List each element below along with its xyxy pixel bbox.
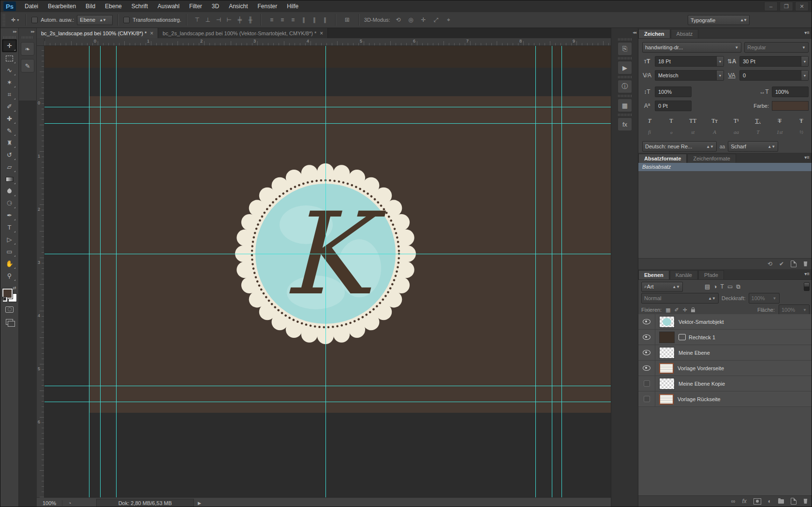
distribute-icon[interactable]: ∥ <box>298 15 309 25</box>
opentype-button[interactable]: fi <box>643 128 656 136</box>
layer-row[interactable]: Meine Ebene <box>638 345 812 361</box>
opentype-button[interactable]: A <box>709 128 721 136</box>
3d-mode-icon[interactable]: ◎ <box>406 15 416 25</box>
styles-fx-icon[interactable]: fx <box>618 117 632 131</box>
align-icon[interactable]: ╪ <box>235 15 245 25</box>
visibility-toggle[interactable] <box>638 345 655 360</box>
panel-tab[interactable]: Zeichen <box>638 29 670 38</box>
hand-tool[interactable]: ✋ <box>2 258 16 270</box>
guide-vertical[interactable] <box>552 46 552 497</box>
guide-vertical[interactable] <box>535 46 536 497</box>
document-tab[interactable]: bc_2s_landscape.psd bei 100% (CMYK/8*) *… <box>37 28 158 38</box>
status-menu-arrow[interactable]: ▶ <box>198 501 201 506</box>
guide-horizontal[interactable] <box>44 402 611 402</box>
faux-style-button[interactable]: TT <box>687 116 699 126</box>
menu-item[interactable]: Schrift <box>127 3 153 10</box>
delete-style-icon[interactable] <box>803 261 808 266</box>
horizontal-ruler[interactable]: 0123456789 <box>44 38 611 46</box>
quick-selection-tool[interactable]: ✶ <box>2 76 16 88</box>
zoom-tool[interactable]: ⚲ <box>2 270 16 282</box>
horizontal-scale-field[interactable]: 100% <box>772 87 809 97</box>
lock-pixels-icon[interactable]: ✐ <box>675 307 679 313</box>
opentype-button[interactable]: st <box>687 128 699 136</box>
font-family-dropdown[interactable]: handwriting-dr...▼ <box>642 42 741 53</box>
filter-toggle-switch[interactable] <box>804 282 810 291</box>
timeline-icon[interactable]: ▶ <box>618 61 632 74</box>
layer-thumbnail[interactable] <box>659 332 675 343</box>
align-icon[interactable]: ⊢ <box>224 15 235 25</box>
leading-field[interactable]: 30 Pt▼ <box>739 56 809 67</box>
layer-name[interactable]: Vorlage Rückseite <box>678 396 721 402</box>
pen-tool[interactable]: ✒ <box>2 209 16 221</box>
brush-tool[interactable]: ✎ <box>2 125 16 137</box>
filter-adjustment-icon[interactable]: ◑ <box>713 283 717 290</box>
opentype-button[interactable]: aa <box>730 128 742 136</box>
canvas[interactable]: K <box>44 46 611 497</box>
ruler-corner[interactable] <box>37 38 44 46</box>
document-size-info[interactable]: Dok: 2,80 MB/6,53 MB <box>96 499 194 507</box>
gradient-tool[interactable] <box>2 173 16 185</box>
layer-name[interactable]: Meine Ebene <box>679 350 710 356</box>
opentype-button[interactable]: ℴ <box>665 128 678 136</box>
fill-field[interactable]: 100%▼ <box>779 304 810 315</box>
shape-tool[interactable]: ▭ <box>2 246 16 258</box>
panel-tab[interactable]: Zeichenformate <box>687 154 736 163</box>
menu-item[interactable]: Fenster <box>253 3 282 10</box>
new-style-icon[interactable] <box>791 261 797 267</box>
distribute-icon[interactable]: ∥ <box>309 15 320 25</box>
distribute-icon[interactable]: ≡ <box>266 15 277 25</box>
distribute-icon[interactable]: ∥ <box>320 15 330 25</box>
default-colors-icon[interactable] <box>2 297 8 302</box>
document-tab[interactable]: bc_2s_landscape.psd bei 100% (Vektor-Sma… <box>158 28 328 38</box>
faux-style-button[interactable]: T <box>643 116 656 126</box>
text-color-swatch[interactable] <box>772 101 809 111</box>
zoom-level-field[interactable]: 100% <box>37 500 62 506</box>
language-dropdown[interactable]: Deutsch: neue Re...▲▼ <box>642 141 717 152</box>
panel-tab[interactable]: Absatzformate <box>638 154 687 163</box>
menu-item[interactable]: Hilfe <box>282 3 303 10</box>
layer-row[interactable]: Vektor-Smartobjekt <box>638 314 812 330</box>
align-icon[interactable]: ⊣ <box>213 15 224 25</box>
adjustment-layer-icon[interactable]: ◐ <box>768 498 771 505</box>
menu-item[interactable]: Bearbeiten <box>43 3 81 10</box>
clone-source-icon[interactable]: ⎘ <box>618 42 632 56</box>
menu-item[interactable]: Auswahl <box>153 3 184 10</box>
type-tool[interactable]: T <box>2 221 16 233</box>
kerning-field[interactable]: Metrisch▼ <box>655 70 724 81</box>
guide-vertical[interactable] <box>100 46 101 497</box>
toolbar-grip[interactable] <box>3 36 15 39</box>
lock-transparency-icon[interactable]: ▦ <box>665 307 670 313</box>
menu-item[interactable]: Ebene <box>100 3 127 10</box>
histogram-icon[interactable]: ▦ <box>618 99 632 112</box>
transform-controls-checkbox[interactable] <box>123 17 130 23</box>
lock-all-icon[interactable] <box>691 307 695 312</box>
tool-preset-picker[interactable]: ✛ ▾ <box>9 16 21 24</box>
layer-name[interactable]: Meine Ebene Kopie <box>679 381 725 387</box>
vertical-scale-field[interactable]: 100% <box>655 87 692 97</box>
healing-brush-tool[interactable]: ✚ <box>2 113 16 125</box>
3d-mode-icon[interactable]: ⤢ <box>431 15 442 25</box>
eyedropper-tool[interactable]: ✐ <box>2 101 16 113</box>
layer-name[interactable]: Vorlage Vorderseite <box>678 365 724 371</box>
layer-name[interactable]: Vektor-Smartobjekt <box>679 319 724 325</box>
opacity-field[interactable]: 100%▼ <box>749 293 780 304</box>
toolbar-collapse-arrows[interactable]: ▸▸ <box>0 28 18 36</box>
filter-type-icon[interactable]: T <box>721 283 724 290</box>
align-icon[interactable]: ╫ <box>245 15 256 25</box>
guide-horizontal[interactable] <box>44 386 611 386</box>
visibility-toggle[interactable] <box>638 361 655 376</box>
eraser-tool[interactable]: ▱ <box>2 161 16 173</box>
history-brush-tool[interactable]: ↺ <box>2 149 16 161</box>
faux-style-button[interactable]: T <box>773 116 786 126</box>
auto-align-icon[interactable]: ⊞ <box>341 15 354 25</box>
new-group-icon[interactable] <box>778 499 784 504</box>
lasso-tool[interactable]: ∿ <box>2 64 16 76</box>
guide-vertical[interactable] <box>116 46 117 497</box>
menu-item[interactable]: Datei <box>20 3 43 10</box>
panel-menu-icon[interactable]: ▾≡ <box>804 155 810 160</box>
faux-style-button[interactable]: T¹ <box>730 116 742 126</box>
dodge-tool[interactable]: ⚆ <box>2 197 16 209</box>
panel-menu-icon[interactable]: ▾≡ <box>804 271 810 276</box>
visibility-toggle[interactable] <box>638 391 655 406</box>
distribute-icon[interactable]: ≡ <box>277 15 288 25</box>
